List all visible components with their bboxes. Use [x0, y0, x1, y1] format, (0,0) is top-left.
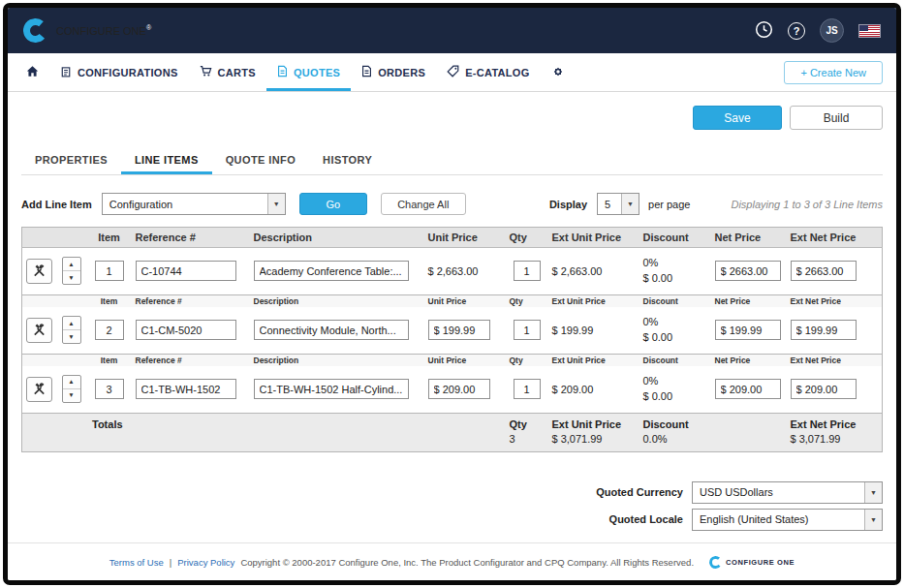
line-item-row-3: ▲▼ $ 209.00 0%$ 0.00	[22, 366, 883, 413]
discount-percent: 0%	[643, 374, 707, 389]
item-number-input[interactable]	[95, 320, 124, 340]
displaying-range-text: Displaying 1 to 3 of 3 Line Items	[731, 199, 883, 210]
go-button[interactable]: Go	[299, 193, 367, 215]
row-tools-button[interactable]	[26, 318, 52, 343]
app-window: CONFIGURE ONE® ? JS CONFIGURATIONS CARTS…	[3, 3, 901, 585]
us-flag-icon[interactable]	[858, 24, 881, 38]
qty-input[interactable]	[514, 379, 541, 399]
col-header-ext-unit-price: Ext Unit Price	[548, 228, 639, 248]
quoted-currency-select[interactable]: USD USDollars ▼	[692, 481, 883, 504]
unit-price-input[interactable]	[428, 320, 490, 340]
nav-ecatalog[interactable]: E-CATALOG	[436, 53, 540, 91]
reference-input[interactable]	[136, 320, 236, 340]
discount-cell: 0%$ 0.00	[639, 248, 711, 295]
quote-settings: Quoted Currency USD USDollars ▼ Quoted L…	[21, 481, 883, 531]
page-size-select[interactable]: 5 ▼	[597, 193, 639, 215]
main-content: Save Build PROPERTIES LINE ITEMS QUOTE I…	[8, 106, 896, 531]
brand-text: CONFIGURE ONE®	[56, 24, 151, 37]
save-button[interactable]: Save	[693, 106, 782, 130]
per-page-label: per page	[648, 199, 690, 210]
reference-input[interactable]	[136, 379, 236, 399]
spinner-down-icon[interactable]: ▼	[63, 271, 80, 284]
row-tools-button[interactable]	[26, 377, 52, 402]
col-header-unit-price: Unit Price	[424, 228, 506, 248]
spinner-up-icon[interactable]: ▲	[63, 376, 80, 389]
footer-brand-text: CONFIGURE ONE	[726, 558, 795, 567]
col-header-qty: Qty	[506, 228, 548, 248]
discount-percent: 0%	[643, 315, 707, 330]
gear-icon	[551, 65, 565, 80]
chevron-down-icon: ▼	[621, 194, 639, 214]
build-button[interactable]: Build	[790, 106, 883, 130]
qty-input[interactable]	[514, 261, 541, 281]
reference-input[interactable]	[136, 261, 236, 281]
nav-label: QUOTES	[294, 67, 340, 78]
quoted-locale-label: Quoted Locale	[609, 513, 683, 525]
description-input[interactable]	[254, 261, 409, 281]
row-reorder-spinner[interactable]: ▲▼	[62, 375, 81, 403]
unit-price-text: $ 2,663.00	[424, 248, 506, 295]
line-items-table: Item Reference # Description Unit Price …	[21, 227, 883, 452]
discount-cell: 0%$ 0.00	[639, 307, 711, 354]
net-price-input[interactable]	[715, 261, 781, 281]
row-reorder-spinner[interactable]: ▲▼	[62, 257, 81, 285]
totals-ext-net-cell: Ext Net Price$ 3,071.99	[787, 413, 883, 451]
net-price-input[interactable]	[715, 379, 781, 399]
quoted-currency-label: Quoted Currency	[596, 486, 683, 498]
net-price-input[interactable]	[715, 320, 781, 340]
add-line-item-label: Add Line Item	[21, 199, 92, 210]
chevron-down-icon: ▼	[864, 482, 882, 503]
user-avatar[interactable]: JS	[820, 18, 844, 43]
totals-qty-value: 3	[510, 433, 545, 445]
main-nav: CONFIGURATIONS CARTS QUOTES ORDERS E-CAT…	[8, 53, 896, 92]
chevron-down-icon: ▼	[267, 194, 285, 214]
totals-label: Totals	[22, 413, 250, 451]
ext-net-price-input[interactable]	[791, 320, 857, 340]
ext-net-price-input[interactable]	[791, 379, 857, 399]
terms-of-use-link[interactable]: Terms of Use	[109, 557, 164, 568]
add-line-item-type-select[interactable]: Configuration ▼	[102, 193, 286, 215]
unit-price-input[interactable]	[428, 379, 490, 399]
description-input[interactable]	[254, 320, 409, 340]
row-reorder-spinner[interactable]: ▲▼	[62, 316, 81, 344]
totals-discount-cell: Discount0.0%	[639, 413, 711, 451]
nav-home[interactable]	[16, 53, 49, 91]
help-icon[interactable]: ?	[788, 22, 805, 40]
nav-quotes[interactable]: QUOTES	[266, 53, 351, 91]
ext-unit-price-text: $ 199.99	[548, 307, 639, 354]
spinner-down-icon[interactable]: ▼	[63, 389, 80, 402]
nav-orders[interactable]: ORDERS	[351, 53, 436, 91]
nav-configurations[interactable]: CONFIGURATIONS	[49, 53, 189, 91]
quoted-locale-select[interactable]: English (United States) ▼	[692, 509, 883, 531]
line-item-row-2: ▲▼ $ 199.99 0%$ 0.00	[22, 307, 883, 354]
spinner-down-icon[interactable]: ▼	[63, 330, 80, 343]
line-item-row-1: ▲▼ $ 2,663.00 $ 2,663.00 0%$ 0.00	[22, 248, 883, 295]
privacy-policy-link[interactable]: Privacy Policy	[177, 557, 234, 568]
nav-settings[interactable]	[541, 53, 576, 91]
tab-properties[interactable]: PROPERTIES	[21, 146, 121, 174]
qty-input[interactable]	[514, 320, 541, 340]
tab-line-items[interactable]: LINE ITEMS	[121, 146, 212, 174]
spinner-up-icon[interactable]: ▲	[63, 258, 80, 271]
brand-logo[interactable]: CONFIGURE ONE®	[23, 18, 151, 43]
ext-net-price-input[interactable]	[791, 261, 857, 281]
clock-icon[interactable]	[755, 20, 773, 41]
item-number-input[interactable]	[95, 261, 124, 281]
nav-label: CARTS	[218, 67, 256, 78]
configurations-icon	[60, 66, 72, 79]
spinner-up-icon[interactable]: ▲	[63, 317, 80, 330]
tab-history[interactable]: HISTORY	[309, 146, 386, 174]
description-input[interactable]	[254, 379, 409, 399]
discount-amount: $ 0.00	[643, 330, 707, 346]
col-header-discount: Discount	[639, 228, 711, 248]
selected-value: 5	[598, 194, 621, 214]
change-all-button[interactable]: Change All	[381, 193, 466, 215]
create-new-button[interactable]: + Create New	[784, 61, 883, 84]
tab-quote-info[interactable]: QUOTE INFO	[212, 146, 309, 174]
discount-amount: $ 0.00	[643, 389, 707, 405]
row-tools-button[interactable]	[26, 259, 52, 284]
item-number-input[interactable]	[95, 379, 124, 399]
nav-carts[interactable]: CARTS	[189, 53, 266, 91]
configure-one-c-icon	[22, 17, 48, 44]
footer-separator: |	[170, 557, 171, 568]
